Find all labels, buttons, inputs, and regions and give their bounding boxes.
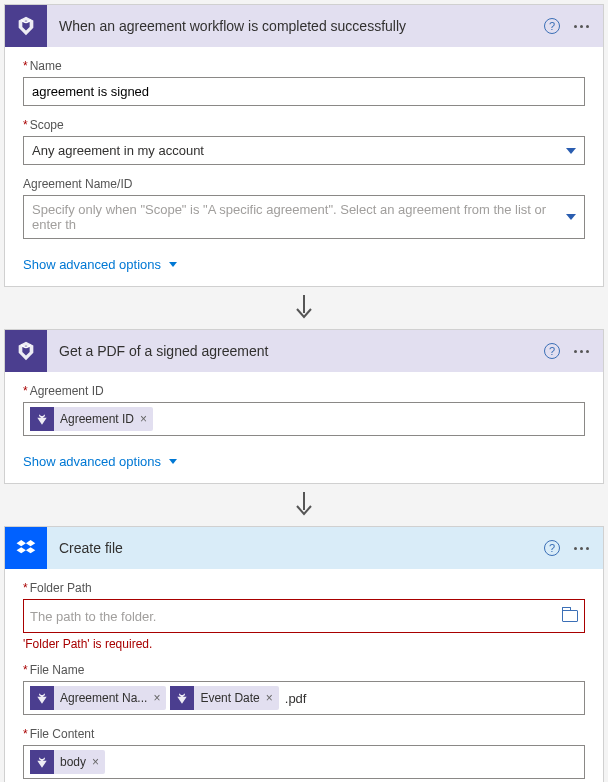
create-file-header[interactable]: Create file ? (5, 527, 603, 569)
dropbox-icon (5, 527, 47, 569)
more-icon[interactable] (574, 547, 589, 550)
scope-value: Any agreement in my account (32, 143, 204, 158)
remove-token-icon[interactable]: × (153, 691, 160, 705)
agreement-placeholder: Specify only when "Scope" is "A specific… (32, 202, 566, 232)
file-name-label: *File Name (23, 663, 585, 677)
remove-token-icon[interactable]: × (140, 412, 147, 426)
token-event-date[interactable]: Event Date × (170, 686, 278, 710)
create-file-title: Create file (47, 540, 544, 556)
adobe-sign-icon (170, 686, 194, 710)
create-file-card: Create file ? *Folder Path The path to t… (4, 526, 604, 782)
chevron-down-icon (169, 262, 177, 267)
adobe-sign-icon (30, 686, 54, 710)
chevron-down-icon (566, 214, 576, 220)
connector-arrow (4, 484, 604, 526)
trigger-card: When an agreement workflow is completed … (4, 4, 604, 287)
token-body[interactable]: body × (30, 750, 105, 774)
help-icon[interactable]: ? (544, 540, 560, 556)
chevron-down-icon (169, 459, 177, 464)
get-pdf-header[interactable]: Get a PDF of a signed agreement ? (5, 330, 603, 372)
adobe-sign-icon (5, 5, 47, 47)
file-content-label: *File Content (23, 727, 585, 741)
folder-picker-icon[interactable] (562, 610, 578, 622)
name-label: *Name (23, 59, 585, 73)
help-icon[interactable]: ? (544, 18, 560, 34)
chevron-down-icon (566, 148, 576, 154)
trigger-header[interactable]: When an agreement workflow is completed … (5, 5, 603, 47)
help-icon[interactable]: ? (544, 343, 560, 359)
agreement-name-id-select[interactable]: Specify only when "Scope" is "A specific… (23, 195, 585, 239)
scope-label: *Scope (23, 118, 585, 132)
agreement-id-label: *Agreement ID (23, 384, 585, 398)
more-icon[interactable] (574, 25, 589, 28)
file-name-suffix: .pdf (285, 691, 307, 706)
trigger-title: When an agreement workflow is completed … (47, 18, 544, 34)
more-icon[interactable] (574, 350, 589, 353)
name-input[interactable] (23, 77, 585, 106)
show-advanced-link[interactable]: Show advanced options (23, 257, 177, 272)
get-pdf-card: Get a PDF of a signed agreement ? *Agree… (4, 329, 604, 484)
token-agreement-name[interactable]: Agreement Na... × (30, 686, 166, 710)
token-agreement-id[interactable]: Agreement ID × (30, 407, 153, 431)
adobe-sign-icon (30, 750, 54, 774)
folder-path-error: 'Folder Path' is required. (23, 637, 585, 651)
remove-token-icon[interactable]: × (92, 755, 99, 769)
folder-path-label: *Folder Path (23, 581, 585, 595)
file-name-input[interactable]: Agreement Na... × Event Date × .pdf (23, 681, 585, 715)
remove-token-icon[interactable]: × (266, 691, 273, 705)
connector-arrow (4, 287, 604, 329)
agreement-name-id-label: Agreement Name/ID (23, 177, 585, 191)
adobe-sign-icon (30, 407, 54, 431)
file-content-input[interactable]: body × (23, 745, 585, 779)
show-advanced-link[interactable]: Show advanced options (23, 454, 177, 469)
adobe-sign-icon (5, 330, 47, 372)
folder-path-placeholder: The path to the folder. (30, 609, 156, 624)
get-pdf-title: Get a PDF of a signed agreement (47, 343, 544, 359)
folder-path-input[interactable]: The path to the folder. (23, 599, 585, 633)
agreement-id-input[interactable]: Agreement ID × (23, 402, 585, 436)
scope-select[interactable]: Any agreement in my account (23, 136, 585, 165)
